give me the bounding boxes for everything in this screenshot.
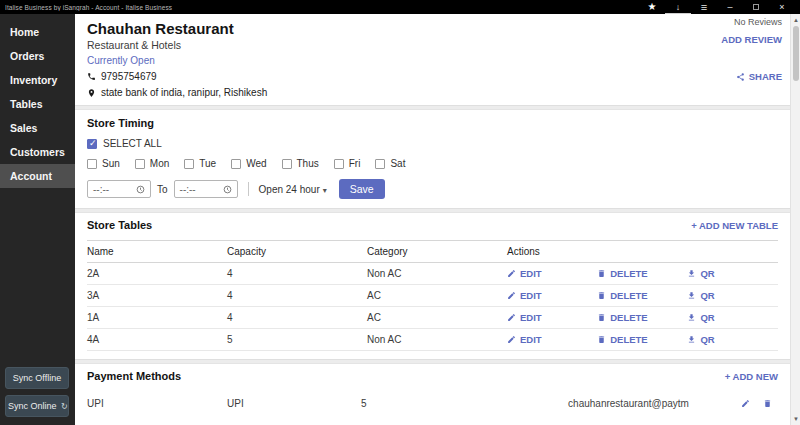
scrollbar-thumb[interactable]: [793, 26, 799, 81]
close-time-input[interactable]: --:--: [174, 180, 238, 198]
day-thu[interactable]: Thus: [282, 158, 319, 169]
menu-icon[interactable]: ≡: [691, 0, 717, 14]
table-row: 2A 4 Non AC EDIT DELETE QR: [87, 263, 778, 285]
download-icon: [687, 335, 696, 344]
sidebar: Home Orders Inventory Tables Sales Custo…: [0, 14, 75, 425]
open-24-hour-dropdown[interactable]: Open 24 hour▾: [259, 184, 327, 195]
minimize-button[interactable]: –: [717, 0, 743, 14]
delete-label: DELETE: [610, 268, 647, 279]
payment-methods-title: Payment Methods: [87, 370, 181, 382]
qr-download-button[interactable]: QR: [687, 290, 777, 301]
share-link[interactable]: SHARE: [736, 71, 782, 82]
day-fri-checkbox[interactable]: [334, 159, 344, 169]
day-thu-checkbox[interactable]: [282, 159, 292, 169]
download-icon: [687, 291, 696, 300]
edit-button[interactable]: EDIT: [507, 268, 597, 279]
day-tue[interactable]: Tue: [184, 158, 216, 169]
time-row: --:-- To --:-- Open 24 hour▾ Save: [87, 179, 778, 199]
payment-value: chauhanrestaurant@paytm: [531, 398, 726, 409]
close-button[interactable]: ×: [769, 0, 795, 14]
download-icon: [687, 269, 696, 278]
sync-online-label: Sync Online: [8, 401, 57, 411]
store-timing-title: Store Timing: [87, 117, 778, 129]
delete-payment-icon[interactable]: [763, 399, 772, 408]
close-time-value: --:--: [180, 184, 196, 195]
delete-button[interactable]: DELETE: [597, 268, 687, 279]
select-all-label: SELECT ALL: [103, 138, 162, 149]
select-all-checkbox[interactable]: [87, 139, 97, 149]
qr-download-button[interactable]: QR: [687, 268, 777, 279]
day-mon-label: Mon: [150, 158, 169, 169]
add-new-table-link[interactable]: + ADD NEW TABLE: [691, 220, 778, 231]
day-mon-checkbox[interactable]: [135, 159, 145, 169]
trash-icon: [597, 335, 606, 344]
sidebar-item-inventory[interactable]: Inventory: [0, 68, 75, 92]
col-capacity: Capacity: [227, 246, 367, 257]
day-mon[interactable]: Mon: [135, 158, 169, 169]
open-time-value: --:--: [93, 184, 109, 195]
scroll-up-arrow[interactable]: ▲: [791, 15, 800, 25]
day-sun[interactable]: Sun: [87, 158, 120, 169]
day-sun-checkbox[interactable]: [87, 159, 97, 169]
select-all-row[interactable]: SELECT ALL: [87, 138, 778, 149]
cell-category: AC: [367, 312, 507, 323]
day-wed-checkbox[interactable]: [231, 159, 241, 169]
table-row: 3A 4 AC EDIT DELETE QR: [87, 285, 778, 307]
open-time-input[interactable]: --:--: [87, 180, 151, 198]
address-row: state bank of india, ranipur, Rishikesh: [87, 87, 776, 98]
edit-payment-icon[interactable]: [741, 399, 750, 408]
divider-line: [248, 182, 249, 196]
download-icon[interactable]: ↓: [665, 3, 691, 14]
cell-capacity: 4: [227, 312, 367, 323]
edit-button[interactable]: EDIT: [507, 334, 597, 345]
save-button[interactable]: Save: [339, 179, 385, 199]
edit-label: EDIT: [520, 334, 542, 345]
add-new-payment-link[interactable]: + ADD NEW: [725, 371, 778, 382]
payment-name: UPI: [227, 398, 361, 409]
sidebar-item-home[interactable]: Home: [0, 20, 75, 44]
qr-label: QR: [700, 268, 714, 279]
day-tue-checkbox[interactable]: [184, 159, 194, 169]
cell-capacity: 4: [227, 290, 367, 301]
payment-count: 5: [361, 398, 531, 409]
add-review-link[interactable]: ADD REVIEW: [721, 34, 782, 45]
col-name: Name: [87, 246, 227, 257]
cell-category: Non AC: [367, 268, 507, 279]
edit-button[interactable]: EDIT: [507, 290, 597, 301]
vertical-scrollbar[interactable]: ▲ ▼: [790, 14, 800, 425]
delete-button[interactable]: DELETE: [597, 290, 687, 301]
titlebar: Italise Business by iSangrah - Account -…: [0, 0, 800, 14]
col-category: Category: [367, 246, 507, 257]
edit-button[interactable]: EDIT: [507, 312, 597, 323]
qr-download-button[interactable]: QR: [687, 334, 777, 345]
pencil-icon: [507, 313, 516, 322]
sync-offline-button[interactable]: Sync Offline: [5, 367, 69, 389]
phone-number: 9795754679: [101, 71, 157, 82]
day-fri[interactable]: Fri: [334, 158, 361, 169]
delete-label: DELETE: [610, 312, 647, 323]
sync-online-button[interactable]: Sync Online ↻: [5, 395, 69, 417]
table-row: 4A 5 Non AC EDIT DELETE QR: [87, 329, 778, 351]
scroll-down-arrow[interactable]: ▼: [791, 414, 800, 424]
delete-button[interactable]: DELETE: [597, 334, 687, 345]
chevron-down-icon: ▾: [323, 186, 327, 195]
app-window: Italise Business by iSangrah - Account -…: [0, 0, 800, 425]
sidebar-item-customers[interactable]: Customers: [0, 140, 75, 164]
sidebar-item-orders[interactable]: Orders: [0, 44, 75, 68]
cell-category: AC: [367, 290, 507, 301]
day-wed[interactable]: Wed: [231, 158, 266, 169]
sidebar-item-account[interactable]: Account: [0, 164, 75, 188]
favorite-star-icon[interactable]: ★: [639, 0, 665, 14]
maximize-button[interactable]: [743, 0, 769, 14]
open-status[interactable]: Currently Open: [87, 55, 776, 66]
sidebar-item-sales[interactable]: Sales: [0, 116, 75, 140]
day-sat[interactable]: Sat: [375, 158, 405, 169]
days-row: Sun Mon Tue Wed Thus Fri Sat: [87, 158, 778, 169]
day-wed-label: Wed: [246, 158, 266, 169]
trash-icon: [597, 269, 606, 278]
qr-download-button[interactable]: QR: [687, 312, 777, 323]
sidebar-item-tables[interactable]: Tables: [0, 92, 75, 116]
delete-button[interactable]: DELETE: [597, 312, 687, 323]
day-thu-label: Thus: [297, 158, 319, 169]
day-sat-checkbox[interactable]: [375, 159, 385, 169]
